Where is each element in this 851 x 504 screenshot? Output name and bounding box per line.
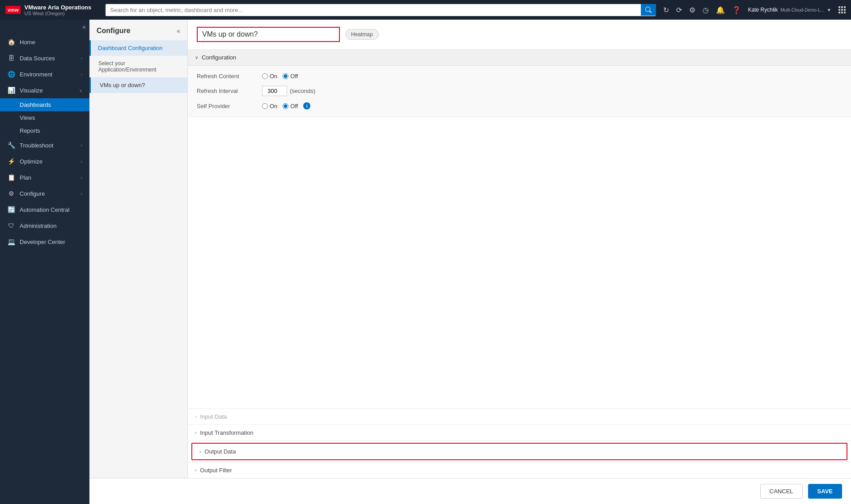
refresh-icon[interactable]: ↻ <box>663 6 669 14</box>
refresh-content-label: Refresh Content <box>197 73 255 80</box>
user-menu[interactable]: Kate Rychlik Multi-Cloud-Demo-L... ▼ <box>748 7 831 13</box>
input-transformation-section: › Input Transformation <box>188 424 851 441</box>
chevron-right-icon: › <box>81 159 82 164</box>
refresh-content-off-option[interactable]: Off <box>283 73 298 80</box>
bell-icon[interactable]: 🔔 <box>716 6 725 14</box>
main-panel-header: Heatmap <box>188 20 851 50</box>
save-button[interactable]: SAVE <box>808 484 842 499</box>
sidebar-item-troubleshoot[interactable]: 🔧 Troubleshoot › <box>0 137 89 153</box>
configure-panel-title: Configure <box>97 27 131 35</box>
vmw-logo: vmw <box>5 6 21 14</box>
sidebar-item-home[interactable]: 🏠 Home <box>0 34 89 50</box>
sidebar-item-automation-central[interactable]: 🔄 Automation Central <box>0 202 89 218</box>
sidebar-item-plan[interactable]: 📋 Plan › <box>0 169 89 185</box>
refresh-content-radio-group: On Off <box>262 73 298 80</box>
sidebar-item-environment[interactable]: 🌐 Environment › <box>0 66 89 82</box>
sidebar-collapse-button[interactable]: « <box>82 23 86 30</box>
content-spacer <box>188 117 851 408</box>
sidebar-item-optimize[interactable]: ⚡ Optimize › <box>0 153 89 169</box>
apps-grid-icon[interactable] <box>838 6 846 13</box>
configuration-section-title: Configuration <box>202 54 236 61</box>
self-provider-label: Self Provider <box>197 103 255 109</box>
search-button[interactable] <box>641 4 656 16</box>
configuration-section-header[interactable]: ∨ Configuration <box>188 50 851 66</box>
help-icon[interactable]: ❓ <box>732 6 741 14</box>
sidebar-item-administration[interactable]: 🛡 Administration <box>0 218 89 234</box>
dashboard-name-input[interactable] <box>197 27 340 42</box>
automation-icon: 🔄 <box>7 206 15 213</box>
self-provider-off-option[interactable]: Off <box>283 103 298 109</box>
sidebar-item-views[interactable]: Views <box>0 111 89 124</box>
sidebar-item-label: Dashboards <box>20 101 51 108</box>
content-area: Configure « Dashboard Configuration Sele… <box>89 20 851 504</box>
left-panel: Configure « Dashboard Configuration Sele… <box>89 20 188 478</box>
cancel-button[interactable]: CANCEL <box>760 484 803 499</box>
refresh-content-on-radio[interactable] <box>262 73 268 79</box>
chevron-right-icon: › <box>195 468 196 473</box>
input-data-header[interactable]: › Input Data <box>188 409 851 424</box>
chevron-right-icon: › <box>195 414 196 419</box>
left-panel-item-dashboard-config[interactable]: Dashboard Configuration <box>89 40 187 56</box>
update-icon[interactable]: ⟳ <box>676 6 682 14</box>
self-provider-off-radio[interactable] <box>283 103 288 109</box>
left-panel-item-select-app[interactable]: Select your Application/Environment <box>89 56 187 77</box>
search-wrapper <box>106 4 656 16</box>
main-layout: « 🏠 Home 🗄 Data Sources › 🌐 Environment … <box>0 20 851 504</box>
sidebar-item-dashboards[interactable]: Dashboards <box>0 98 89 111</box>
sidebar-item-configure[interactable]: ⚙ Configure › <box>0 185 89 202</box>
environment-icon: 🌐 <box>7 71 15 78</box>
input-transformation-header[interactable]: › Input Transformation <box>188 425 851 441</box>
refresh-content-off-label: Off <box>290 73 298 80</box>
left-panel-item-vms[interactable]: VMs up or down? <box>89 77 187 93</box>
search-area <box>106 4 656 16</box>
output-data-section: › Output Data <box>188 441 851 462</box>
topbar-actions: ↻ ⟳ ⚙ ◷ 🔔 ❓ Kate Rychlik Multi-Cloud-Dem… <box>663 6 846 14</box>
sidebar-item-visualize[interactable]: 📊 Visualize ∨ <box>0 82 89 98</box>
sidebar-item-label: Visualize <box>20 87 43 94</box>
refresh-content-on-label: On <box>270 73 277 80</box>
data-sources-icon: 🗄 <box>7 55 15 62</box>
configure-layout: Configure « Dashboard Configuration Sele… <box>89 20 851 478</box>
app-name: VMware Aria Operations <box>24 4 91 11</box>
configuration-body: Refresh Content On Off <box>188 66 851 117</box>
chevron-right-icon: › <box>81 175 82 180</box>
sidebar-item-data-sources[interactable]: 🗄 Data Sources › <box>0 50 89 66</box>
clock-icon[interactable]: ◷ <box>703 6 709 14</box>
sidebar-item-developer-center[interactable]: 💻 Developer Center <box>0 234 89 250</box>
plan-icon: 📋 <box>7 174 15 181</box>
self-provider-on-radio[interactable] <box>262 103 268 109</box>
sidebar-collapse-area: « <box>0 20 89 34</box>
heatmap-badge[interactable]: Heatmap <box>345 29 379 40</box>
output-data-header[interactable]: › Output Data <box>191 443 847 460</box>
app-title: VMware Aria Operations US West (Oregon) <box>24 4 91 16</box>
output-filter-section: › Output Filter <box>188 462 851 478</box>
chevron-right-icon: › <box>81 72 82 77</box>
self-provider-on-option[interactable]: On <box>262 103 277 109</box>
search-input[interactable] <box>106 4 640 16</box>
refresh-interval-input[interactable] <box>262 86 287 96</box>
input-transformation-label: Input Transformation <box>200 429 253 436</box>
optimize-icon: ⚡ <box>7 158 15 165</box>
refresh-interval-input-wrapper: (seconds) <box>262 86 315 96</box>
sidebar-item-label: Automation Central <box>20 206 69 213</box>
refresh-content-off-radio[interactable] <box>283 73 288 79</box>
output-filter-header[interactable]: › Output Filter <box>188 462 851 478</box>
administration-icon: 🛡 <box>7 222 15 229</box>
input-data-label: Input Data <box>200 413 227 420</box>
app-subtitle: US West (Oregon) <box>24 11 91 16</box>
sidebar-item-reports[interactable]: Reports <box>0 124 89 137</box>
refresh-interval-label: Refresh Interval <box>197 88 255 94</box>
filter-icon[interactable]: ⚙ <box>689 6 695 14</box>
user-account: Multi-Cloud-Demo-L... <box>780 8 824 13</box>
self-provider-on-label: On <box>270 103 277 109</box>
chevron-down-icon: ∨ <box>79 88 82 93</box>
self-provider-info-icon[interactable]: i <box>303 102 310 109</box>
sidebar-item-label: Developer Center <box>20 239 65 245</box>
visualize-icon: 📊 <box>7 87 15 94</box>
configuration-section: ∨ Configuration Refresh Content On <box>188 50 851 117</box>
search-icon <box>645 7 652 13</box>
developer-icon: 💻 <box>7 238 15 245</box>
chevron-right-icon: › <box>199 449 201 454</box>
refresh-content-on-option[interactable]: On <box>262 73 277 80</box>
left-panel-collapse-button[interactable]: « <box>177 27 180 34</box>
